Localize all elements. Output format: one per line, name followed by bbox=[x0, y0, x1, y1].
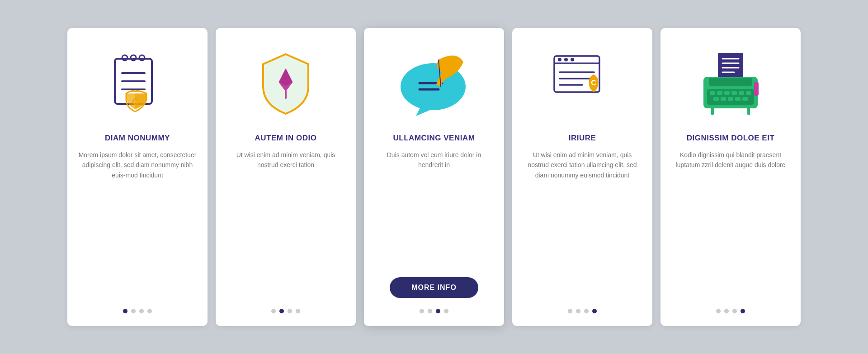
card-2: AUTEM IN ODIO Ut wisi enim ad minim veni… bbox=[216, 28, 356, 326]
svg-rect-39 bbox=[709, 78, 752, 86]
dot-5-2 bbox=[732, 309, 737, 313]
card-2-body: Ut wisi enim ad minim veniam, quis nostr… bbox=[226, 150, 345, 298]
svg-point-16 bbox=[571, 58, 574, 61]
browser-copyright-icon: C bbox=[546, 46, 618, 118]
card-5-dots bbox=[716, 309, 745, 313]
chat-feather-icon bbox=[393, 44, 475, 121]
dot-3-1 bbox=[428, 309, 432, 313]
card-4-icon-area: C bbox=[542, 42, 623, 123]
dot-1-1 bbox=[131, 309, 136, 313]
svg-rect-34 bbox=[713, 97, 719, 101]
svg-text:C: C bbox=[591, 79, 596, 87]
card-5-body: Kodio dignissim qui blandit praesent lup… bbox=[671, 150, 790, 298]
dot-4-2 bbox=[584, 309, 589, 313]
svg-rect-35 bbox=[721, 97, 726, 101]
notepad-copyright-icon: C bbox=[101, 46, 174, 118]
dot-3-2 bbox=[436, 309, 440, 313]
dot-4-3 bbox=[592, 309, 597, 313]
card-4-body: Ut wisi enim ad minim veniam, quis nostr… bbox=[523, 150, 642, 298]
svg-point-15 bbox=[564, 58, 568, 61]
dot-4-0 bbox=[568, 309, 572, 313]
dot-1-2 bbox=[139, 309, 144, 313]
svg-rect-36 bbox=[728, 97, 733, 101]
card-2-dots bbox=[271, 309, 300, 313]
card-1: C DIAM NONUMMY Morem ipsum dolor sit ame… bbox=[67, 28, 208, 326]
dot-1-0 bbox=[123, 309, 127, 313]
cards-container: C DIAM NONUMMY Morem ipsum dolor sit ame… bbox=[40, 10, 828, 344]
more-info-button[interactable]: MORE INFO bbox=[390, 277, 478, 298]
card-5: DIGNISSIM DOLOE EIT Kodio dignissim qui … bbox=[660, 28, 801, 326]
dot-5-3 bbox=[741, 309, 745, 313]
svg-rect-29 bbox=[717, 91, 722, 95]
card-1-icon-area: C bbox=[97, 42, 178, 123]
dot-4-1 bbox=[576, 309, 580, 313]
card-3-body: Duis autem vel eum iriure dolor in hendr… bbox=[375, 150, 493, 266]
dot-1-3 bbox=[147, 309, 152, 313]
card-1-body: Morem ipsum dolor sit amet, consectetuer… bbox=[78, 150, 197, 298]
typewriter-icon bbox=[694, 46, 767, 118]
card-2-icon-area bbox=[245, 42, 326, 123]
dot-2-2 bbox=[288, 309, 292, 313]
svg-text:C: C bbox=[132, 97, 138, 107]
dot-2-3 bbox=[296, 309, 300, 313]
shield-pen-icon bbox=[250, 46, 322, 118]
card-5-title: DIGNISSIM DOLOE EIT bbox=[687, 134, 775, 143]
card-2-title: AUTEM IN ODIO bbox=[255, 134, 317, 143]
dot-2-1 bbox=[279, 309, 284, 313]
card-4-title: IRIURE bbox=[569, 134, 596, 143]
svg-rect-38 bbox=[742, 97, 748, 101]
dot-5-1 bbox=[724, 309, 729, 313]
card-1-title: DIAM NONUMMY bbox=[105, 134, 170, 143]
card-3-icon-area bbox=[393, 42, 475, 123]
svg-rect-31 bbox=[731, 91, 737, 95]
card-3-dots bbox=[420, 309, 448, 313]
card-1-dots bbox=[123, 309, 152, 313]
svg-rect-37 bbox=[735, 97, 741, 101]
dot-5-0 bbox=[716, 309, 721, 313]
dot-2-0 bbox=[271, 309, 276, 313]
svg-rect-32 bbox=[739, 91, 744, 95]
svg-point-14 bbox=[558, 58, 561, 61]
card-3: ULLAMCING VENIAM Duis autem vel eum iriu… bbox=[364, 28, 504, 326]
svg-rect-30 bbox=[724, 91, 730, 95]
card-5-icon-area bbox=[690, 42, 771, 123]
card-4: C IRIURE Ut wisi enim ad minim veniam, q… bbox=[512, 28, 652, 326]
dot-3-3 bbox=[444, 309, 448, 313]
card-3-title: ULLAMCING VENIAM bbox=[393, 134, 475, 143]
card-4-dots bbox=[568, 309, 597, 313]
svg-rect-28 bbox=[710, 91, 715, 95]
dot-3-0 bbox=[420, 309, 424, 313]
svg-rect-42 bbox=[754, 82, 759, 96]
svg-rect-33 bbox=[746, 91, 751, 95]
svg-rect-21 bbox=[718, 53, 743, 78]
